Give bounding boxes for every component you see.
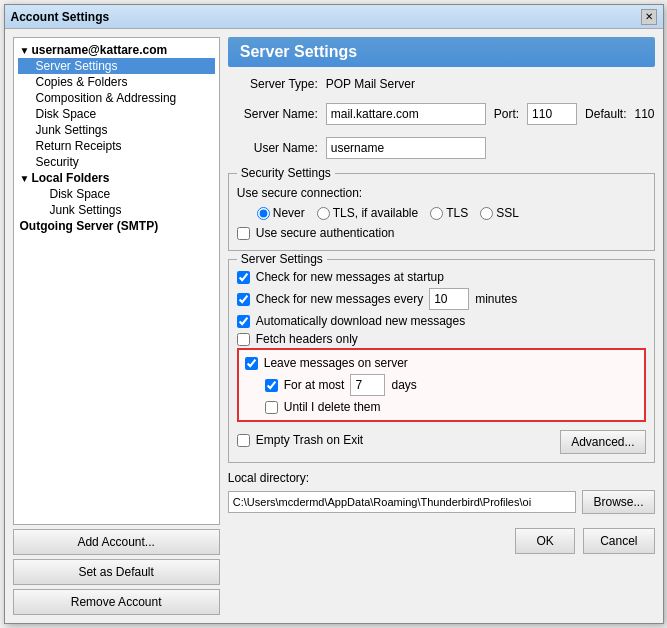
- user-name-input[interactable]: [326, 137, 486, 159]
- for-at-most-input[interactable]: [350, 374, 385, 396]
- fetch-headers-checkbox[interactable]: [237, 333, 250, 346]
- radio-tls[interactable]: TLS: [430, 206, 468, 220]
- use-secure-label: Use secure connection:: [237, 186, 362, 200]
- check-new-startup-label: Check for new messages at startup: [256, 270, 444, 284]
- window-title: Account Settings: [11, 10, 110, 24]
- default-value: 110: [634, 107, 654, 121]
- use-secure-auth-label: Use secure authentication: [256, 226, 395, 240]
- tree-item-local-disk-space[interactable]: Disk Space: [18, 186, 215, 202]
- content-area: ▼username@kattare.comServer SettingsCopi…: [5, 29, 663, 623]
- until-delete-label: Until I delete them: [284, 400, 381, 414]
- leave-messages-label: Leave messages on server: [264, 356, 408, 370]
- tree-item-outgoing-smtp[interactable]: Outgoing Server (SMTP): [18, 218, 215, 234]
- tree-item-composition[interactable]: Composition & Addressing: [18, 90, 215, 106]
- dialog-buttons: OK Cancel: [228, 524, 655, 558]
- tree-item-disk-space[interactable]: Disk Space: [18, 106, 215, 122]
- fetch-headers-label: Fetch headers only: [256, 332, 358, 346]
- tree-item-account-root[interactable]: ▼username@kattare.com: [18, 42, 215, 58]
- for-at-most-row: For at most days: [245, 372, 638, 398]
- close-button[interactable]: ✕: [641, 9, 657, 25]
- local-dir-row: Browse...: [228, 488, 655, 516]
- use-secure-auth-checkbox[interactable]: [237, 227, 250, 240]
- server-settings-group: Server Settings Check for new messages a…: [228, 259, 655, 463]
- days-label: days: [391, 378, 416, 392]
- use-secure-auth-row[interactable]: Use secure authentication: [237, 224, 646, 242]
- server-type-label: Server Type:: [228, 77, 318, 91]
- until-delete-row[interactable]: Until I delete them: [245, 398, 638, 416]
- port-label: Port:: [494, 107, 519, 121]
- check-interval-input[interactable]: [429, 288, 469, 310]
- default-label: Default:: [585, 107, 626, 121]
- auto-download-label: Automatically download new messages: [256, 314, 465, 328]
- auto-download-checkbox[interactable]: [237, 315, 250, 328]
- tree-item-security[interactable]: Security: [18, 154, 215, 170]
- server-settings-group-title: Server Settings: [237, 252, 327, 266]
- empty-trash-row[interactable]: Empty Trash on Exit: [237, 431, 363, 449]
- check-new-every-checkbox[interactable]: [237, 293, 250, 306]
- user-name-row: User Name:: [228, 135, 655, 161]
- account-settings-window: Account Settings ✕ ▼username@kattare.com…: [4, 4, 664, 624]
- add-account-button[interactable]: Add Account...: [13, 529, 220, 555]
- local-dir-section: Local directory: Browse...: [228, 471, 655, 516]
- use-secure-row: Use secure connection:: [237, 184, 646, 202]
- radio-ssl[interactable]: SSL: [480, 206, 519, 220]
- security-settings-group: Security Settings Use secure connection:…: [228, 173, 655, 251]
- user-name-label: User Name:: [228, 141, 318, 155]
- port-input[interactable]: [527, 103, 577, 125]
- tree-item-server-settings[interactable]: Server Settings: [18, 58, 215, 74]
- leave-messages-highlight: Leave messages on server For at most day…: [237, 348, 646, 422]
- tree-item-junk-settings[interactable]: Junk Settings: [18, 122, 215, 138]
- radio-row: Never TLS, if available TLS: [237, 202, 646, 224]
- settings-content: Server Type: POP Mail Server Server Name…: [228, 75, 655, 615]
- server-type-value: POP Mail Server: [326, 77, 415, 91]
- browse-button[interactable]: Browse...: [582, 490, 654, 514]
- radio-tls-available[interactable]: TLS, if available: [317, 206, 418, 220]
- check-new-startup-row[interactable]: Check for new messages at startup: [237, 268, 646, 286]
- empty-trash-checkbox[interactable]: [237, 434, 250, 447]
- ok-button[interactable]: OK: [515, 528, 575, 554]
- set-default-button[interactable]: Set as Default: [13, 559, 220, 585]
- cancel-button[interactable]: Cancel: [583, 528, 654, 554]
- check-new-every-row: Check for new messages every minutes: [237, 286, 646, 312]
- check-new-startup-checkbox[interactable]: [237, 271, 250, 284]
- panel-header: Server Settings: [228, 37, 655, 67]
- check-new-every-label: Check for new messages every: [256, 292, 423, 306]
- tree-item-local-junk[interactable]: Junk Settings: [18, 202, 215, 218]
- empty-trash-label: Empty Trash on Exit: [256, 433, 363, 447]
- for-at-most-checkbox[interactable]: [265, 379, 278, 392]
- account-tree[interactable]: ▼username@kattare.comServer SettingsCopi…: [13, 37, 220, 525]
- for-at-most-label: For at most: [284, 378, 345, 392]
- tree-item-copies-folders[interactable]: Copies & Folders: [18, 74, 215, 90]
- right-panel: Server Settings Server Type: POP Mail Se…: [228, 37, 655, 615]
- until-delete-checkbox[interactable]: [265, 401, 278, 414]
- server-name-input[interactable]: [326, 103, 486, 125]
- fetch-headers-row[interactable]: Fetch headers only: [237, 330, 646, 348]
- server-name-label: Server Name:: [228, 107, 318, 121]
- minutes-label: minutes: [475, 292, 517, 306]
- radio-never[interactable]: Never: [257, 206, 305, 220]
- left-panel: ▼username@kattare.comServer SettingsCopi…: [13, 37, 220, 615]
- remove-account-button[interactable]: Remove Account: [13, 589, 220, 615]
- server-name-row: Server Name: Port: Default: 110: [228, 101, 655, 127]
- advanced-button[interactable]: Advanced...: [560, 430, 645, 454]
- tree-item-return-receipts[interactable]: Return Receipts: [18, 138, 215, 154]
- tree-item-local-folders[interactable]: ▼Local Folders: [18, 170, 215, 186]
- leave-messages-row[interactable]: Leave messages on server: [245, 354, 638, 372]
- leave-messages-checkbox[interactable]: [245, 357, 258, 370]
- security-group-title: Security Settings: [237, 166, 335, 180]
- server-type-row: Server Type: POP Mail Server: [228, 75, 655, 93]
- auto-download-row[interactable]: Automatically download new messages: [237, 312, 646, 330]
- title-bar: Account Settings ✕: [5, 5, 663, 29]
- local-dir-label: Local directory:: [228, 471, 655, 485]
- local-dir-input[interactable]: [228, 491, 577, 513]
